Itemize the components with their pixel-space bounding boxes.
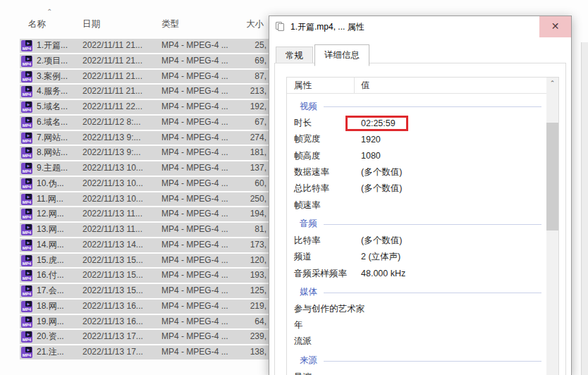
file-row[interactable]: ▶ MP4 9.主题... 2022/11/13 10... MP4 - MPE…	[20, 161, 269, 176]
play-icon: ▶	[25, 86, 32, 92]
property-row[interactable]: 时长 02:25:59	[287, 115, 546, 131]
mp4-icon-label: MP4	[21, 154, 32, 159]
file-name: 20.资...	[37, 330, 82, 344]
file-date: 2022/11/13 10...	[82, 177, 143, 191]
file-name: 6.域名...	[37, 116, 82, 130]
play-icon: ▶	[25, 224, 32, 230]
file-size: 125,	[250, 284, 267, 298]
file-row[interactable]: ▶ MP4 21.注... 2022/11/13 17... MP4 - MPE…	[20, 345, 269, 359]
property-row[interactable]: 参与创作的艺术家	[287, 301, 546, 317]
column-header-size[interactable]: 大小	[246, 18, 264, 30]
file-row[interactable]: ▶ MP4 1.开篇... 2022/11/11 21... MP4 - MPE…	[20, 39, 269, 53]
file-type: MP4 - MPEG-4 ...	[161, 300, 228, 314]
file-row[interactable]: ▶ MP4 15.虎... 2022/11/13 15... MP4 - MPE…	[20, 254, 269, 268]
file-type: MP4 - MPEG-4 ...	[161, 284, 228, 298]
file-name: 16.付...	[37, 269, 82, 283]
play-icon: ▶	[25, 102, 32, 107]
property-label: 总比特率	[294, 183, 361, 195]
mp4-file-icon: ▶ MP4	[21, 163, 32, 174]
file-row[interactable]: ▶ MP4 14.网... 2022/11/13 14... MP4 - MPE…	[20, 238, 269, 252]
mp4-file-icon: ▶ MP4	[21, 285, 32, 297]
property-label: 音频	[300, 218, 317, 230]
play-icon: ▶	[25, 147, 32, 153]
dialog-title-bar[interactable]: 1.开篇.mp4, ... 属性 ✕	[269, 16, 571, 37]
file-size: 219,	[250, 300, 267, 314]
mp4-file-icon: ▶ MP4	[21, 40, 32, 51]
property-row[interactable]: 数据速率 (多个数值)	[287, 164, 546, 180]
file-row[interactable]: ▶ MP4 19.网... 2022/11/13 16... MP4 - MPE…	[20, 315, 269, 329]
property-row[interactable]: 流派	[287, 333, 546, 350]
column-header-date[interactable]: 日期	[82, 18, 100, 30]
file-row[interactable]: ▶ MP4 10.伪... 2022/11/13 10... MP4 - MPE…	[20, 177, 269, 191]
property-row[interactable]: 音频	[287, 216, 546, 233]
file-name: 14.网...	[37, 238, 82, 252]
file-row[interactable]: ▶ MP4 12.网... 2022/11/13 11... MP4 - MPE…	[20, 207, 269, 221]
properties-scrollbar[interactable]: ⌃	[546, 78, 558, 375]
mp4-file-icon: ▶ MP4	[21, 240, 32, 251]
column-header-name[interactable]: 名称	[28, 18, 46, 30]
play-icon: ▶	[25, 56, 32, 61]
play-icon: ▶	[25, 209, 32, 214]
file-date: 2022/11/13 14...	[82, 238, 143, 252]
property-row[interactable]: 帧宽度 1920	[287, 131, 546, 147]
mp4-icon-label: MP4	[21, 262, 32, 266]
play-icon: ▶	[25, 178, 32, 184]
file-row[interactable]: ▶ MP4 17.会... 2022/11/13 15... MP4 - MPE…	[20, 284, 269, 298]
file-name: 11.网...	[37, 192, 82, 207]
file-size: 25,	[255, 39, 267, 53]
file-row[interactable]: ▶ MP4 8.网站... 2022/11/13 9:... MP4 - MPE…	[20, 146, 269, 160]
section-divider-line	[324, 224, 541, 225]
mp4-file-icon: ▶ MP4	[21, 102, 32, 113]
file-row[interactable]: ▶ MP4 7.网站... 2022/11/13 9:... MP4 - MPE…	[20, 131, 269, 145]
file-row[interactable]: ▶ MP4 11.网... 2022/11/13 10... MP4 - MPE…	[20, 192, 269, 207]
play-icon: ▶	[25, 194, 32, 199]
property-label: 数据速率	[294, 166, 361, 178]
property-row[interactable]: 来源	[287, 352, 546, 369]
tab-details[interactable]: 详细信息	[314, 44, 369, 66]
file-type: MP4 - MPEG-4 ...	[161, 116, 228, 130]
mp4-file-icon: ▶ MP4	[21, 133, 32, 144]
file-size: 181,	[250, 146, 267, 160]
file-row[interactable]: ▶ MP4 2.项目... 2022/11/11 21... MP4 - MPE…	[20, 54, 269, 68]
property-value-text: 48.000 kHz	[361, 269, 405, 278]
property-row[interactable]: 帧高度 1080	[287, 148, 546, 164]
file-name: 12.网...	[37, 207, 82, 221]
play-icon: ▶	[25, 163, 32, 168]
play-icon: ▶	[25, 240, 32, 245]
property-row[interactable]: 总比特率 (多个数值)	[287, 180, 546, 197]
play-icon: ▶	[25, 255, 32, 261]
file-size: 60,	[255, 177, 267, 191]
mp4-icon-label: MP4	[21, 78, 32, 82]
file-row[interactable]: ▶ MP4 4.服务... 2022/11/11 21... MP4 - MPE…	[20, 85, 269, 99]
file-row[interactable]: ▶ MP4 3.案例... 2022/11/11 21... MP4 - MPE…	[20, 70, 269, 84]
property-row[interactable]: 音频采样频率 48.000 kHz	[287, 265, 546, 281]
scrollbar-thumb[interactable]	[546, 123, 558, 230]
file-row[interactable]: ▶ MP4 18.网... 2022/11/13 16... MP4 - MPE…	[20, 300, 269, 314]
file-date: 2022/11/13 17...	[82, 345, 143, 359]
property-label: 视频	[300, 101, 317, 113]
file-type: MP4 - MPEG-4 ...	[161, 100, 228, 114]
scroll-up-icon[interactable]: ⌃	[546, 78, 558, 90]
close-button[interactable]: ✕	[539, 16, 571, 37]
file-row[interactable]: ▶ MP4 6.域名... 2022/11/12 8:... MP4 - MPE…	[20, 116, 269, 130]
file-row[interactable]: ▶ MP4 20.资... 2022/11/13 17... MP4 - MPE…	[20, 330, 269, 344]
file-date: 2022/11/11 21...	[82, 70, 142, 84]
header-value: 值	[354, 78, 546, 93]
property-row[interactable]: 年	[287, 317, 546, 333]
mp4-icon-label: MP4	[21, 276, 32, 281]
file-row[interactable]: ▶ MP4 5.域名... 2022/11/11 22... MP4 - MPE…	[20, 100, 269, 114]
property-value-text: 1080	[361, 151, 381, 161]
property-row[interactable]: 导演	[287, 369, 546, 375]
property-value: 1920	[361, 135, 546, 145]
property-row[interactable]: 比特率 (多个数值)	[287, 233, 546, 249]
column-header-type[interactable]: 类型	[161, 18, 179, 30]
file-row[interactable]: ▶ MP4 16.付... 2022/11/13 15... MP4 - MPE…	[20, 269, 269, 283]
file-date: 2022/11/11 21...	[82, 54, 142, 68]
file-name: 3.案例...	[37, 70, 82, 84]
file-row[interactable]: ▶ MP4 13.网... 2022/11/13 11... MP4 - MPE…	[20, 223, 269, 237]
property-row[interactable]: 媒体	[287, 284, 546, 301]
property-row[interactable]: 帧速率	[287, 197, 546, 213]
property-row[interactable]: 频道 2 (立体声)	[287, 249, 546, 265]
file-date: 2022/11/13 15...	[82, 254, 143, 268]
property-row[interactable]: 视频	[287, 98, 546, 115]
